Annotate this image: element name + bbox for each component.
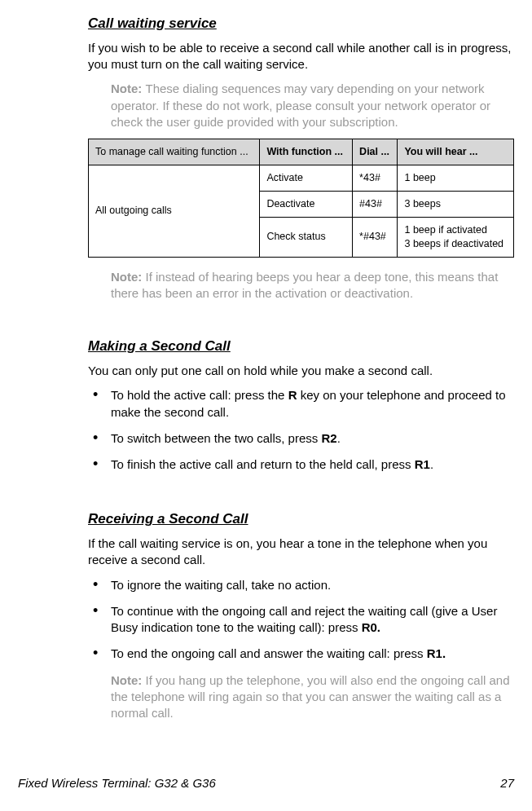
note-text: If instead of hearing beeps you hear a d…	[111, 270, 498, 300]
list-item: To hold the active call: press the R key…	[88, 387, 514, 421]
cell-hear: 1 beep	[398, 165, 514, 192]
heading-second-call: Making a Second Call	[88, 337, 514, 356]
list-text: To ignore the waiting call, take no acti…	[111, 578, 331, 592]
receiving-list: To ignore the waiting call, take no acti…	[88, 577, 514, 663]
cell-hear: 3 beeps	[398, 191, 514, 217]
note-label: Note:	[111, 270, 146, 284]
list-text: To switch between the two calls, press	[111, 431, 321, 445]
note-deep-tone: Note: If instead of hearing beeps you he…	[111, 269, 514, 302]
cell-dial: #43#	[353, 191, 398, 217]
page-footer: Fixed Wireless Terminal: G32 & G36 27	[18, 775, 514, 791]
call-waiting-table: To manage call waiting function ... With…	[88, 139, 514, 257]
list-bold: R2	[321, 431, 336, 445]
second-call-list: To hold the active call: press the R key…	[88, 387, 514, 473]
list-item: To finish the active call and return to …	[88, 456, 514, 473]
list-text: To hold the active call: press the	[111, 388, 288, 402]
heading-receiving-call: Receiving a Second Call	[88, 510, 514, 529]
note-dialing-sequences: Note: These dialing sequences may vary d…	[111, 81, 514, 130]
cell-func: Activate	[260, 165, 353, 192]
note-text: If you hang up the telephone, you will a…	[111, 673, 510, 721]
note-text: These dialing sequences may vary dependi…	[111, 82, 490, 129]
table-head-dial: Dial ...	[353, 139, 398, 165]
note-hangup: Note: If you hang up the telephone, you …	[111, 672, 514, 722]
cell-func: Check status	[260, 217, 353, 257]
cell-hear: 1 beep if activated 3 beeps if deactivat…	[398, 217, 514, 257]
table-row: All outgoing calls Activate *43# 1 beep	[89, 165, 514, 192]
list-item: To switch between the two calls, press R…	[88, 430, 514, 447]
list-text: .	[430, 457, 433, 471]
cell-dial: *#43#	[353, 217, 398, 257]
cell-dial: *43#	[353, 165, 398, 192]
list-bold: R	[288, 388, 297, 402]
note-label: Note:	[111, 673, 146, 687]
list-item: To end the ongoing call and answer the w…	[88, 646, 514, 662]
footer-title: Fixed Wireless Terminal: G32 & G36	[18, 775, 216, 791]
list-item: To continue with the ongoing call and re…	[88, 603, 514, 637]
list-bold: R1.	[427, 646, 446, 660]
list-item: To ignore the waiting call, take no acti…	[88, 577, 514, 593]
list-text: To finish the active call and return to …	[111, 457, 415, 471]
list-bold: R1	[415, 457, 430, 471]
list-text: To continue with the ongoing call and re…	[111, 604, 497, 634]
table-head-manage: To manage call waiting function ...	[89, 139, 260, 165]
list-text: .	[337, 431, 341, 445]
list-text: To end the ongoing call and answer the w…	[111, 646, 427, 660]
cell-func: Deactivate	[260, 191, 353, 217]
intro-receiving-call: If the call waiting service is on, you h…	[88, 536, 514, 569]
table-head-function: With function ...	[260, 139, 353, 165]
cell-rowgroup: All outgoing calls	[89, 165, 260, 258]
intro-call-waiting: If you wish to be able to receive a seco…	[88, 40, 514, 73]
intro-second-call: You can only put one call on hold while …	[88, 363, 514, 379]
page-number: 27	[500, 775, 514, 791]
table-head-hear: You will hear ...	[398, 139, 514, 165]
list-bold: R0.	[362, 620, 380, 634]
note-label: Note:	[111, 82, 146, 95]
heading-call-waiting: Call waiting service	[88, 15, 514, 33]
